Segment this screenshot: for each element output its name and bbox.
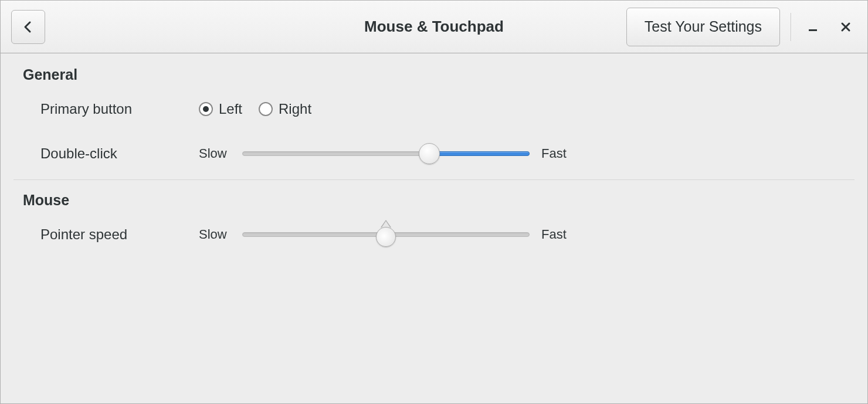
double-click-slider-row: Slow Fast: [199, 144, 573, 163]
radio-right-label: Right: [279, 101, 311, 117]
close-button[interactable]: [835, 16, 857, 38]
pointer-speed-slider-row: Slow Fast: [199, 225, 573, 244]
slider-thumb[interactable]: [419, 143, 440, 164]
radio-left[interactable]: Left: [199, 101, 242, 117]
chevron-left-icon: [21, 20, 35, 34]
pointer-speed-label: Pointer speed: [23, 226, 199, 243]
primary-button-label: Primary button: [23, 101, 199, 117]
svg-rect-0: [809, 29, 817, 31]
slider-thumb[interactable]: [376, 225, 396, 245]
double-click-slow-label: Slow: [199, 146, 230, 161]
section-general: General Primary button Left Right: [11, 66, 857, 170]
radio-right[interactable]: Right: [259, 101, 311, 117]
titlebar: Mouse & Touchpad Test Your Settings: [1, 1, 867, 53]
row-pointer-speed: Pointer speed Slow Fast: [23, 218, 845, 251]
section-divider: [13, 179, 855, 180]
double-click-label: Double-click: [23, 145, 199, 162]
radio-left-circle: [199, 102, 213, 116]
pointer-speed-slider[interactable]: [242, 225, 530, 244]
minimize-icon: [807, 21, 819, 33]
minimize-button[interactable]: [802, 16, 824, 38]
section-mouse: Mouse Pointer speed Slow Fast: [11, 192, 857, 251]
double-click-fast-label: Fast: [541, 146, 573, 161]
pointer-speed-fast-label: Fast: [541, 227, 573, 242]
test-settings-label: Test Your Settings: [645, 18, 762, 35]
section-title-general: General: [23, 66, 845, 83]
pointer-speed-slow-label: Slow: [199, 227, 230, 242]
back-button[interactable]: [11, 10, 45, 44]
header-divider: [791, 13, 791, 41]
primary-button-radio-group: Left Right: [199, 101, 311, 117]
row-double-click: Double-click Slow Fast: [23, 137, 845, 170]
section-title-mouse: Mouse: [23, 192, 845, 209]
slider-fill: [429, 151, 530, 156]
radio-left-dot: [203, 106, 209, 112]
content-area: General Primary button Left Right: [1, 53, 867, 251]
window-title: Mouse & Touchpad: [364, 18, 504, 36]
test-settings-button[interactable]: Test Your Settings: [626, 8, 780, 46]
row-primary-button: Primary button Left Right: [23, 93, 845, 125]
header-right-controls: Test Your Settings: [626, 8, 857, 46]
thumb-body: [376, 227, 396, 247]
settings-window: Mouse & Touchpad Test Your Settings Gene…: [0, 0, 868, 404]
double-click-slider[interactable]: [242, 144, 530, 163]
radio-left-label: Left: [219, 101, 242, 117]
radio-right-circle: [259, 102, 273, 116]
close-icon: [840, 21, 852, 33]
